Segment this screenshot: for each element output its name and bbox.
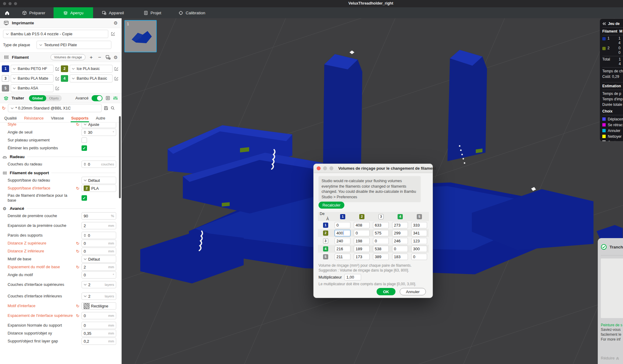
dialog-close-button[interactable] [317,166,321,170]
spinner-arrows[interactable] [84,163,86,166]
cancel-button[interactable]: Annuler [400,288,426,295]
setting-select-input[interactable]: 2layers [82,281,116,288]
setting-text-input[interactable]: 0mm [82,312,116,319]
process-tab-résistance[interactable]: Résistance [24,115,44,122]
filament-color-chip[interactable]: 2 [61,65,68,72]
setting-text-input[interactable]: 0mm [82,248,116,255]
ams-sync-icon[interactable] [106,55,111,60]
filament-edit-icon[interactable] [114,67,119,71]
params-sliders-icon[interactable] [113,96,118,100]
process-tab-vitesse[interactable]: Vitesse [51,115,64,122]
window-minimize-button[interactable] [9,2,12,5]
filament-color-chip[interactable]: 1 [2,65,9,72]
setting-spin-input[interactable]: 30° [82,129,116,136]
dialog-zoom-button[interactable] [329,166,333,170]
setting-spin-input[interactable]: 0couches [82,161,116,168]
flush-value-input[interactable]: 341 [411,230,427,236]
collapse-panel-icon[interactable] [602,22,606,25]
flush-value-input[interactable]: 246 [392,238,408,244]
scope-objects[interactable]: Objets [46,95,62,101]
setting-text-input[interactable]: 90% [82,212,116,220]
scope-global[interactable]: Global [29,95,46,101]
tab-prepare[interactable]: Préparer [14,7,54,18]
setting-spin-input[interactable]: 0 [82,232,116,239]
dialog-titlebar[interactable]: Volumes de rinçage pour le changement de… [314,164,433,173]
filament-select-4[interactable]: Bambu PLA Basic [70,75,113,82]
home-button[interactable] [0,7,14,18]
settings-list-icon[interactable] [106,96,110,100]
reset-setting-icon[interactable]: ↻ [76,241,79,245]
add-filament-button[interactable]: + [89,55,94,60]
plate-type-select[interactable]: Textured PEI Plate [37,41,111,49]
flush-value-input[interactable]: 0 [392,246,408,252]
filament-color-chip[interactable]: 3 [2,75,9,82]
scope-switch[interactable]: Global Objets [29,95,62,101]
flush-volumes-button[interactable]: Volumes de rinçage [50,54,85,60]
reset-setting-icon[interactable]: ↻ [76,123,79,127]
flush-value-input[interactable]: 216 [335,246,350,252]
filament-edit-icon[interactable] [55,86,60,91]
flush-value-input[interactable]: 0 [411,254,427,260]
flush-value-input[interactable]: 633 [373,222,389,228]
flush-value-input[interactable]: 333 [411,222,427,228]
tab-calibration[interactable]: Calibration [172,7,212,18]
setting-checkbox[interactable]: ✓ [82,145,87,151]
spinner-arrows[interactable] [84,131,86,134]
setting-text-input[interactable]: 0,2mm [82,338,116,345]
setting-text-input[interactable]: 0,35mm [82,330,116,337]
slice-tip-link[interactable]: Peinture de s [601,323,623,327]
reset-setting-icon[interactable]: ↻ [76,314,79,318]
recalculate-button[interactable]: Recalculer [318,202,344,209]
setting-select-input[interactable]: Ajuste [82,123,116,128]
tab-preview[interactable]: Aperçu [54,7,93,18]
reset-setting-icon[interactable]: ↻ [76,304,79,308]
flush-value-input[interactable]: 300 [411,246,427,252]
flush-value-input[interactable]: 189 [354,246,370,252]
reset-setting-icon[interactable]: ↻ [76,265,79,269]
flush-value-input[interactable]: 273 [392,222,408,228]
search-settings-icon[interactable] [110,106,115,110]
flush-value-input[interactable]: 389 [373,254,389,260]
plate-thumbnail[interactable]: 1 [124,20,157,52]
filament-select-3[interactable]: Bambu PLA Matte [11,75,54,82]
window-zoom-button[interactable] [14,2,17,5]
dialog-minimize-button[interactable] [323,166,327,170]
printer-edit-icon[interactable] [111,32,115,36]
process-tab-autre[interactable]: Autre [96,115,105,122]
setting-select-input[interactable]: Défaut [82,255,116,263]
flush-value-input[interactable]: 240 [335,238,350,244]
flush-value-input[interactable]: 173 [354,254,370,260]
preset-modified-icon[interactable]: ↻ [2,106,6,110]
filament-select-2[interactable]: Ice PLA basic [70,65,113,73]
spinner-arrows[interactable] [84,234,86,237]
setting-select-input[interactable]: Défaut [82,177,116,184]
setting-checkbox[interactable] [82,137,87,143]
reset-setting-icon[interactable]: ↻ [76,186,79,190]
flush-value-input[interactable]: 538 [373,246,389,252]
flush-value-input[interactable]: 400 [335,230,350,236]
process-tab-qualité[interactable]: Qualité [4,115,17,122]
setting-text-input[interactable]: 0mm [82,240,116,247]
setting-text-input[interactable]: 0mm [82,322,116,329]
flush-value-input[interactable]: 0 [373,238,389,244]
setting-text-input[interactable]: 0° [82,271,116,279]
filament-color-chip[interactable]: 5 [2,85,9,92]
settings-scrollbar[interactable] [119,116,121,198]
settings-scroll-area[interactable]: Style↻AjusteAngle de seuil30°Sur plateau… [0,123,119,364]
tab-device[interactable]: Appareil [93,7,133,18]
reset-setting-icon[interactable]: ↻ [76,249,79,253]
ok-button[interactable]: OK [377,288,395,295]
filament-select-5[interactable]: Bambu ASA [11,84,54,92]
filament-color-chip[interactable]: 4 [61,75,68,82]
setting-checkbox[interactable]: ✓ [82,195,87,201]
flush-value-input[interactable]: 299 [392,230,408,236]
preset-select[interactable]: * 0.20mm Standard @BBL X1C [8,104,102,112]
remove-filament-button[interactable]: − [97,55,103,60]
setting-text-input[interactable]: 2mm [82,222,116,229]
filament-edit-icon[interactable] [114,76,119,81]
filament-select-1[interactable]: Bambu PETG HF [11,65,54,73]
flush-value-input[interactable]: 198 [354,238,370,244]
advanced-toggle[interactable] [92,95,103,101]
setting-pattern-input[interactable]: Rectiligne [82,302,116,310]
collapse-slice-panel-button[interactable]: Réduire [601,356,619,360]
